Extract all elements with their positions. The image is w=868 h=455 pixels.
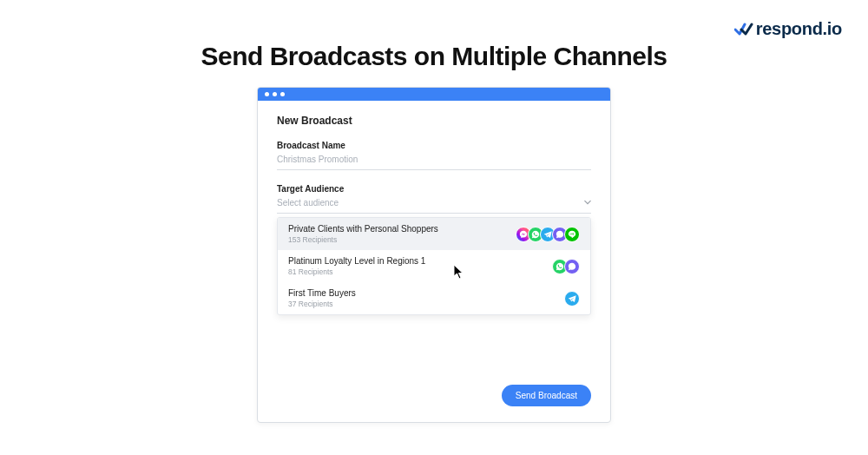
audience-option[interactable]: Private Clients with Personal Shoppers15… bbox=[278, 218, 590, 250]
window-title: New Broadcast bbox=[277, 115, 591, 127]
audience-option[interactable]: First Time Buyers37 Recipients bbox=[278, 282, 590, 314]
chevron-down-icon bbox=[584, 198, 591, 208]
broadcast-name-label: Broadcast Name bbox=[277, 141, 591, 150]
brand-logo: respond.io bbox=[734, 19, 842, 39]
telegram-icon bbox=[564, 291, 580, 307]
channel-stack bbox=[516, 227, 580, 242]
audience-dropdown: Private Clients with Personal Shoppers15… bbox=[277, 217, 591, 315]
brand-mark-icon bbox=[734, 23, 753, 36]
line-icon bbox=[564, 227, 580, 242]
audience-option-name: Private Clients with Personal Shoppers bbox=[288, 224, 438, 234]
audience-option-name: Platinum Loyalty Level in Regions 1 bbox=[288, 256, 425, 266]
target-audience-select[interactable]: Select audience bbox=[277, 194, 591, 214]
audience-option-recipients: 153 Recipients bbox=[288, 235, 438, 244]
broadcast-name-input[interactable]: Christmas Promotion bbox=[277, 150, 591, 170]
channel-stack bbox=[552, 259, 580, 274]
audience-option-recipients: 37 Recipients bbox=[288, 300, 356, 308]
viber-icon bbox=[564, 259, 580, 274]
window-titlebar bbox=[258, 88, 610, 101]
page-heading: Send Broadcasts on Multiple Channels bbox=[0, 42, 868, 71]
send-broadcast-button[interactable]: Send Broadcast bbox=[502, 385, 591, 406]
window-dot-icon bbox=[280, 92, 285, 96]
channel-stack bbox=[564, 291, 580, 307]
audience-option-recipients: 81 Recipients bbox=[288, 267, 425, 276]
brand-name: respond.io bbox=[756, 19, 842, 39]
window-dot-icon bbox=[265, 92, 269, 96]
window-dot-icon bbox=[273, 92, 277, 96]
broadcast-window: New Broadcast Broadcast Name Christmas P… bbox=[257, 87, 611, 423]
audience-option[interactable]: Platinum Loyalty Level in Regions 181 Re… bbox=[278, 250, 590, 282]
select-placeholder: Select audience bbox=[277, 198, 339, 208]
target-audience-label: Target Audience bbox=[277, 184, 591, 194]
audience-option-name: First Time Buyers bbox=[288, 288, 356, 298]
